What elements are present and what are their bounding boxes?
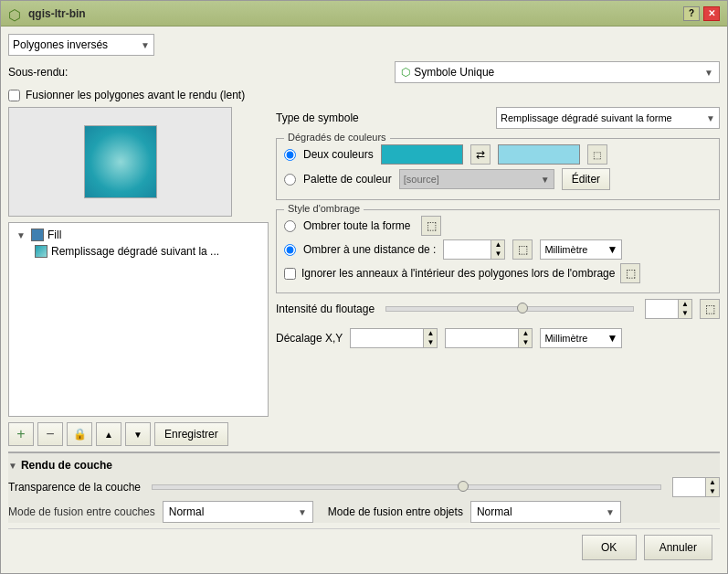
palette-radio[interactable] bbox=[284, 174, 296, 186]
intensite-spinbox-arrows: ▲ ▼ bbox=[678, 299, 692, 319]
distance-unit-arrow: ▼ bbox=[607, 243, 618, 256]
palette-value: [source] bbox=[404, 174, 439, 185]
distance-spin-down[interactable]: ▼ bbox=[491, 250, 504, 259]
deux-couleurs-radio[interactable] bbox=[284, 149, 296, 161]
fusionner-checkbox[interactable] bbox=[8, 90, 20, 101]
type-symbole-label: Type de symbole bbox=[276, 112, 359, 124]
preview-box bbox=[8, 107, 232, 217]
decalage-label: Décalage X,Y bbox=[276, 332, 343, 345]
main-content: Polygones inversés ▼ Sous-rendu: ⬡ Symbo… bbox=[1, 27, 727, 573]
distance-spin-up[interactable]: ▲ bbox=[491, 240, 504, 250]
tree-fill-item[interactable]: ▼ Fill bbox=[13, 227, 264, 243]
intensite-icon-btn[interactable]: ⬚ bbox=[700, 299, 720, 319]
ombrer-forme-radio[interactable] bbox=[284, 220, 296, 232]
intensite-spinbox: 8 ▲ ▼ bbox=[645, 299, 692, 319]
fusion-row: Mode de fusion entre couches Normal ▼ Mo… bbox=[8, 501, 720, 523]
ok-button[interactable]: OK bbox=[582, 535, 637, 560]
ombrer-distance-radio[interactable] bbox=[284, 244, 296, 256]
transparence-spin-down[interactable]: ▼ bbox=[706, 487, 719, 496]
degrades-group-title: Dégradés de couleurs bbox=[284, 132, 390, 143]
right-panel: Type de symbole Remplissage dégradé suiv… bbox=[276, 107, 720, 446]
left-panel: ▼ Fill Remplissage dégradé suivant la ..… bbox=[8, 107, 269, 446]
swap-colors-button[interactable]: ⇄ bbox=[470, 144, 491, 165]
add-button[interactable]: + bbox=[8, 422, 34, 446]
decalage-x-spin-up[interactable]: ▲ bbox=[424, 329, 437, 338]
rendu-header[interactable]: ▼ Rendu de couche bbox=[8, 459, 720, 472]
transparence-spinbox-arrows: ▲ ▼ bbox=[705, 477, 720, 497]
main-window: ⬡ qgis-ltr-bin ? ✕ Polygones inversés ▼ … bbox=[0, 0, 728, 574]
lock-button[interactable]: 🔒 bbox=[67, 422, 92, 446]
annuler-button[interactable]: Annuler bbox=[644, 535, 712, 560]
palette-dropdown[interactable]: [source] ▼ bbox=[399, 169, 554, 189]
ignorer-icon-btn[interactable]: ⬚ bbox=[620, 263, 640, 283]
editer-button[interactable]: Éditer bbox=[562, 168, 610, 190]
color2-options-button[interactable]: ⬚ bbox=[587, 144, 607, 165]
decalage-y-arrows: ▲ ▼ bbox=[518, 328, 533, 348]
ombrage-group: Style d'ombrage Ombrer toute la forme ⬚ … bbox=[276, 209, 720, 293]
remove-button[interactable]: − bbox=[37, 422, 63, 446]
tree-sub-item[interactable]: Remplissage dégradé suivant la ... bbox=[13, 243, 264, 260]
fusion-couches-dropdown[interactable]: Normal ▼ bbox=[163, 501, 313, 523]
decalage-x-spinbox: 0,000000 ▲ ▼ bbox=[350, 328, 438, 348]
tree-fill-color bbox=[31, 229, 44, 241]
titlebar-left: ⬡ qgis-ltr-bin bbox=[8, 6, 86, 21]
fusion-objets-label: Mode de fusion entre objets bbox=[328, 505, 463, 518]
transparence-spinbox: 30 ▲ ▼ bbox=[672, 477, 720, 497]
tree-sub-color bbox=[35, 245, 47, 258]
sous-rendu-dropdown[interactable]: ⬡ Symbole Unique ▼ bbox=[395, 61, 720, 83]
type-symbole-value: Remplissage dégradé suivant la forme bbox=[501, 112, 702, 123]
transparence-spin-up[interactable]: ▲ bbox=[706, 478, 719, 487]
help-button[interactable]: ? bbox=[683, 6, 700, 21]
distance-input[interactable]: 5,00 bbox=[443, 239, 491, 260]
distance-icon-btn[interactable]: ⬚ bbox=[512, 239, 533, 260]
ombrer-forme-icon-btn[interactable]: ⬚ bbox=[421, 216, 441, 236]
rendu-title: Rendu de couche bbox=[21, 459, 112, 472]
mode-dropdown[interactable]: Polygones inversés ▼ bbox=[8, 34, 154, 56]
ignorer-row: Ignorer les anneaux à l'intérieur des po… bbox=[284, 263, 712, 283]
move-down-button[interactable]: ▼ bbox=[125, 422, 151, 446]
distance-spinbox: 5,00 ▲ ▼ bbox=[443, 239, 505, 260]
decalage-x-input[interactable]: 0,000000 bbox=[350, 328, 423, 348]
preview-inner bbox=[84, 125, 157, 198]
decalage-y-spin-down[interactable]: ▼ bbox=[519, 338, 532, 347]
decalage-y-spin-up[interactable]: ▲ bbox=[519, 329, 532, 338]
tree-fill-label: Fill bbox=[47, 229, 61, 241]
fusion-couches-arrow: ▼ bbox=[298, 507, 307, 517]
type-symbole-dropdown[interactable]: Remplissage dégradé suivant la forme ▼ bbox=[496, 107, 720, 129]
fusion-objets-dropdown[interactable]: Normal ▼ bbox=[470, 501, 621, 523]
decalage-y-spinbox: 0,000000 ▲ ▼ bbox=[445, 328, 533, 348]
move-up-button[interactable]: ▲ bbox=[96, 422, 121, 446]
decalage-unit-arrow: ▼ bbox=[607, 332, 618, 345]
color2-button[interactable] bbox=[498, 144, 580, 165]
intensite-input[interactable]: 8 bbox=[645, 299, 678, 319]
transparence-thumb[interactable] bbox=[458, 481, 469, 492]
palette-label: Palette de couleur bbox=[303, 173, 392, 186]
tree-area: ▼ Fill Remplissage dégradé suivant la ..… bbox=[8, 222, 269, 417]
intensite-slider-thumb[interactable] bbox=[517, 303, 528, 314]
save-button[interactable]: Enregistrer bbox=[154, 422, 228, 446]
ombrer-distance-label: Ombrer à une distance de : bbox=[303, 243, 436, 256]
decalage-unit-dropdown[interactable]: Millimètre ▼ bbox=[540, 328, 622, 348]
distance-spinbox-arrows: ▲ ▼ bbox=[491, 239, 505, 260]
decalage-x-spin-down[interactable]: ▼ bbox=[424, 338, 437, 347]
color1-button[interactable] bbox=[381, 144, 463, 165]
intensite-row: Intensité du floutage 8 ▲ ▼ ⬚ bbox=[276, 299, 720, 319]
intensite-slider[interactable] bbox=[385, 306, 634, 312]
ignorer-checkbox[interactable] bbox=[284, 268, 296, 280]
transparence-input[interactable]: 30 bbox=[672, 477, 705, 497]
ombrer-forme-row: Ombrer toute la forme ⬚ bbox=[284, 216, 712, 236]
top-bar: Polygones inversés ▼ bbox=[8, 34, 720, 56]
remove-icon: − bbox=[46, 426, 54, 442]
tree-sub-label: Remplissage dégradé suivant la ... bbox=[51, 245, 219, 258]
sous-rendu-label: Sous-rendu: bbox=[8, 66, 68, 79]
distance-unit-dropdown[interactable]: Millimètre ▼ bbox=[540, 239, 622, 260]
decalage-y-input[interactable]: 0,000000 bbox=[445, 328, 518, 348]
transparence-slider[interactable] bbox=[152, 484, 661, 490]
intensite-spin-up[interactable]: ▲ bbox=[679, 300, 691, 309]
titlebar: ⬡ qgis-ltr-bin ? ✕ bbox=[1, 1, 727, 27]
close-button[interactable]: ✕ bbox=[703, 6, 720, 21]
fusion-objets-value: Normal bbox=[477, 505, 602, 518]
palette-dropdown-arrow: ▼ bbox=[541, 175, 550, 185]
rendu-section: ▼ Rendu de couche Transparence de la cou… bbox=[8, 452, 720, 523]
intensite-spin-down[interactable]: ▼ bbox=[679, 309, 691, 318]
